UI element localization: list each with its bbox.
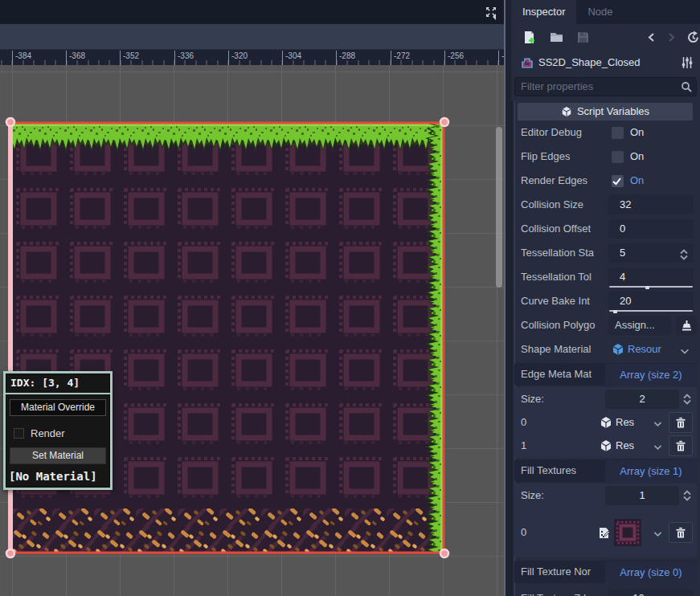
flip-edges-checkbox[interactable] (612, 151, 624, 163)
property-row-collision-size: Collision Size 32 (514, 193, 697, 217)
ss2d-shape-icon (521, 56, 534, 69)
array-size-label: Array (size 1) (620, 465, 682, 477)
edit-script-icon[interactable] (598, 527, 610, 539)
panel-edge (511, 101, 513, 596)
property-row-collision-polygon: Collision Polygo Assign... (514, 313, 697, 337)
property-row-shape-material: Shape Material Resour (514, 337, 697, 361)
render-edges-checkbox[interactable] (612, 175, 624, 187)
fill-texture-thumbnail[interactable] (614, 519, 641, 546)
point-handle[interactable] (440, 549, 448, 557)
array-item-row-texture: 0 (514, 508, 697, 557)
property-label: Tessellation Tol (521, 265, 592, 289)
horizontal-ruler: -384 -368 -352 -336 -320 -304 -288 -272 … (0, 50, 504, 65)
new-resource-icon[interactable] (522, 31, 536, 44)
load-resource-folder-icon[interactable] (550, 31, 563, 44)
field-value: 5 (620, 247, 625, 259)
delete-item-button[interactable] (669, 435, 693, 456)
property-label: Shape Material (521, 337, 591, 361)
field-value: 0 (620, 222, 625, 235)
property-row-collision-offset: Collision Offset 0 (514, 217, 697, 241)
fill-texture-normals-array-button[interactable]: Array (size 0) (605, 561, 697, 584)
item-index-label: 0 (521, 410, 526, 435)
array-item-row: 1 Res (514, 434, 697, 458)
scene-tab-bar (0, 0, 504, 24)
extra-tools-icon[interactable] (681, 56, 694, 69)
collision-offset-field[interactable]: 0 (608, 219, 694, 239)
panel-splitter[interactable] (504, 0, 511, 596)
tab-node[interactable]: Node (576, 0, 624, 24)
ruler-label: -384 (12, 51, 31, 65)
viewport-vertical-scrollbar[interactable] (496, 127, 502, 288)
ruler-label: -336 (174, 51, 194, 65)
spin-updown-icon[interactable] (682, 394, 692, 405)
object-history-icon[interactable] (686, 31, 700, 44)
canvas-area[interactable]: IDX: [3, 4] Material Override Render Set… (0, 65, 504, 596)
size-label: Size: (521, 387, 544, 411)
property-label: Tessellation Sta (521, 241, 594, 265)
resource-value-label: Resour (628, 340, 661, 359)
field-value: 2 (639, 393, 645, 405)
editor-debug-checkbox[interactable] (612, 127, 624, 139)
render-checkbox[interactable] (14, 428, 24, 439)
expand-icon[interactable] (483, 4, 499, 20)
render-row: Render (14, 427, 105, 439)
property-row-fill-texture-normals: Fill Texture Nor Array (size 0) (514, 561, 697, 583)
size-label: Size: (521, 484, 544, 508)
field-value: 20 (620, 295, 631, 307)
dock-tab-bar: Inspector Node (511, 0, 700, 24)
tessellation-tolerance-slider[interactable]: 4 (608, 267, 694, 287)
assign-node-button[interactable]: Assign... (608, 316, 671, 335)
dirt-edge-region (10, 508, 444, 553)
edge-index-label: IDX: [3, 4] (6, 374, 110, 394)
filter-properties-input[interactable]: Filter properties (514, 77, 697, 96)
spin-updown-icon[interactable] (679, 247, 689, 259)
clear-brush-icon[interactable] (676, 316, 697, 335)
spin-updown-icon[interactable] (682, 490, 692, 501)
fill-textures-array-button[interactable]: Array (size 1) (605, 460, 697, 483)
property-row-render-edges: Render Edges On (514, 169, 697, 193)
property-label: Collision Offset (521, 217, 591, 241)
property-label: Collision Size (521, 193, 583, 217)
edge-meta-materials-array-button[interactable]: Array (size 2) (605, 364, 697, 386)
slider-track[interactable] (609, 286, 693, 288)
material-override-button[interactable]: Material Override (10, 399, 106, 416)
item-index-label: 1 (521, 434, 526, 458)
property-label: Fill Texture Nor (521, 561, 591, 583)
script-variables-header[interactable]: Script Variables (518, 103, 693, 120)
tab-inspector[interactable]: Inspector (511, 0, 576, 24)
viewport-2d[interactable]: -384 -368 -352 -336 -320 -304 -288 -272 … (0, 0, 504, 596)
property-row-tessellation-stages: Tessellation Sta 5 (514, 241, 697, 265)
trash-icon (675, 527, 686, 539)
chevron-down-icon[interactable] (653, 528, 664, 539)
chevron-down-icon[interactable] (679, 344, 690, 355)
history-back-icon[interactable] (646, 31, 660, 44)
chevron-down-icon[interactable] (653, 418, 664, 429)
ruler-label: -304 (282, 51, 301, 65)
property-row-fill-texture-z-index: Fill Texture Z I -10 (514, 586, 697, 596)
ruler-label: -352 (120, 51, 139, 65)
property-row-edge-meta-materials: Edge Meta Mat Array (size 2) (514, 363, 697, 386)
inspector-property-list: Script Variables Editor Debug On Flip Ed… (511, 101, 700, 596)
property-label: Render Edges (521, 169, 587, 193)
chevron-down-icon[interactable] (653, 441, 664, 452)
save-resource-icon[interactable] (576, 31, 590, 44)
fill-textures-size-field[interactable]: 1 (605, 486, 679, 505)
checkbox-state-label: On (630, 145, 644, 169)
edge-meta-size-field[interactable]: 2 (605, 390, 679, 409)
resource-cube-icon (612, 343, 624, 356)
point-handle[interactable] (6, 118, 14, 126)
slider-track[interactable] (609, 310, 693, 312)
delete-item-button[interactable] (669, 412, 693, 433)
field-value: -10 (629, 592, 645, 596)
point-handle[interactable] (440, 118, 448, 126)
shape-material-resource-picker[interactable]: Resour (608, 340, 694, 359)
curve-bake-interval-slider[interactable]: 20 (608, 292, 694, 311)
point-handle[interactable] (6, 549, 14, 557)
set-material-button[interactable]: Set Material (10, 447, 106, 464)
delete-item-button[interactable] (669, 522, 693, 543)
tessellation-stages-field[interactable]: 5 (608, 243, 694, 263)
collision-size-field[interactable]: 32 (608, 195, 694, 214)
fill-texture-z-index-field[interactable]: -10 (608, 589, 694, 596)
spin-up-icon[interactable] (679, 591, 689, 596)
history-forward-icon[interactable] (665, 31, 679, 44)
